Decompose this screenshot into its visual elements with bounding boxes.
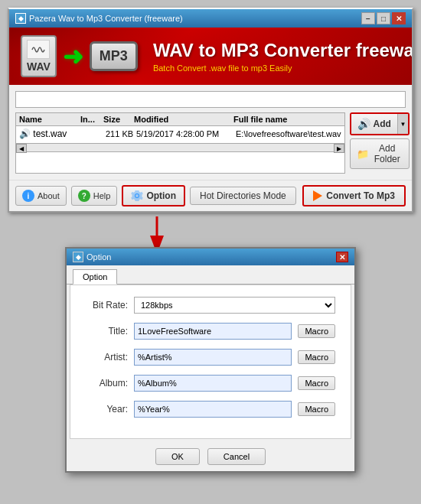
title-macro-button[interactable]: Macro [298,324,335,338]
hot-directories-button[interactable]: Hot Directories Mode [190,187,296,205]
question-icon: ? [78,190,90,202]
bit-rate-row: Bit Rate: 128kbps 64kbps 96kbps 128kbps … [86,297,335,314]
col-name-header: Name [19,115,80,124]
convert-button[interactable]: Convert To Mp3 [302,185,406,206]
dialog-icon: ◆ [73,252,83,262]
year-label: Year: [86,404,128,415]
add-folder-button[interactable]: 📁 Add Folder [350,138,410,169]
tab-option[interactable]: Option [73,269,117,285]
option-button[interactable]: Option [122,185,185,206]
bit-rate-select[interactable]: 128kbps 64kbps 96kbps 128kbps 192kbps 25… [134,297,335,314]
bit-rate-label: Bit Rate: [86,300,128,311]
mp3-label: MP3 [90,41,138,71]
title-bar: ◆ Pazera Wav to Mp3 Converter (freeware)… [9,9,412,28]
path-input[interactable] [15,91,406,108]
wav-label: WAV [21,35,57,77]
close-button[interactable]: ✕ [392,12,406,24]
add-dropdown-button[interactable]: ▼ [397,114,408,134]
table-row[interactable]: 🔊 test.wav 211 KB 5/19/2017 4:28:00 PM E… [16,126,344,141]
col-size-header: Size [103,115,134,124]
year-row: Year: Macro [86,401,335,418]
content-area: Name In... Size Modified Full file name … [9,85,412,180]
file-icon: 🔊 test.wav [19,128,80,139]
option-dialog: ◆ Option ✕ Option Bit Rate: 128kbps 64kb… [65,247,356,473]
dialog-close-button[interactable]: ✕ [336,252,348,262]
bottom-toolbar: i About ? Help Option Hot Directories Mo… [9,180,412,211]
scroll-right-btn[interactable]: ▶ [334,144,344,153]
scrollbar[interactable]: ◀ ▶ [16,143,344,152]
app-title: Pazera Wav to Mp3 Converter (freeware) [29,14,183,23]
year-macro-button[interactable]: Macro [298,402,335,416]
ok-button[interactable]: OK [155,448,200,465]
cancel-button[interactable]: Cancel [207,448,266,465]
album-macro-button[interactable]: Macro [298,376,335,390]
col-fullname-header: Full file name [233,115,341,124]
red-arrow [149,213,195,251]
file-modified: 5/19/2017 4:28:00 PM [136,129,236,138]
file-size: 211 KB [106,129,136,138]
year-input[interactable] [134,401,292,418]
option-dialog-container: ◆ Option ✕ Option Bit Rate: 128kbps 64kb… [8,247,413,473]
help-button[interactable]: ? Help [71,186,118,206]
dialog-footer: OK Cancel [67,442,354,471]
col-in-header: In... [80,115,103,124]
file-list-header: Name In... Size Modified Full file name [16,113,344,126]
folder-icon: 📁 [357,148,369,160]
file-list: Name In... Size Modified Full file name … [15,112,345,174]
title-row: Title: Macro [86,323,335,340]
info-icon: i [22,190,34,202]
album-input[interactable] [134,375,292,392]
arrow-icon: ➜ [63,42,83,71]
maximize-button[interactable]: □ [377,12,390,24]
title-input[interactable] [134,323,292,340]
album-label: Album: [86,378,128,389]
banner-subtitle: Batch Convert .wav file to mp3 Easily [153,63,412,73]
dialog-title: Option [86,252,111,262]
artist-macro-button[interactable]: Macro [298,350,335,364]
banner-title: WAV to MP3 Converter freeware [153,40,412,61]
add-button[interactable]: 🔊 Add [351,114,397,134]
scroll-left-btn[interactable]: ◀ [16,144,27,153]
artist-input[interactable] [134,349,292,366]
artist-label: Artist: [86,352,128,363]
about-button[interactable]: i About [15,186,67,206]
dialog-title-bar: ◆ Option ✕ [67,249,354,265]
file-buttons: 🔊 Add ▼ 📁 Add Folder [350,112,410,174]
main-window: ◆ Pazera Wav to Mp3 Converter (freeware)… [8,8,413,213]
speaker-icon: 🔊 [357,118,370,130]
add-button-container: 🔊 Add ▼ [350,112,410,135]
artist-row: Artist: Macro [86,349,335,366]
app-icon: ◆ [15,13,26,24]
file-fullname: E:\lovefreesoftware\test.wav [236,129,341,138]
col-modified-header: Modified [134,115,233,124]
arrow-area [8,220,413,247]
dialog-tabs: Option [67,265,354,285]
gear-icon [131,190,143,202]
minimize-button[interactable]: − [361,12,375,24]
dialog-content: Bit Rate: 128kbps 64kbps 96kbps 128kbps … [70,285,351,439]
title-label: Title: [86,326,128,337]
album-row: Album: Macro [86,375,335,392]
play-icon [313,190,322,201]
header-banner: WAV ➜ MP3 WAV to MP3 Converter freeware … [9,28,412,85]
